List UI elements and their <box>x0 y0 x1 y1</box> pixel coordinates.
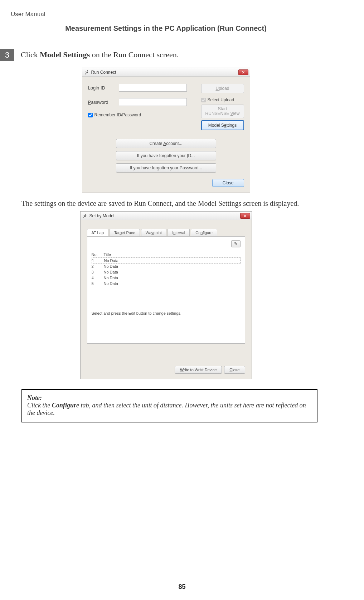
running-icon <box>84 69 89 75</box>
start-line2-post: iew <box>233 111 239 116</box>
close-rest: lose <box>225 180 233 185</box>
forgot-pw-post: orgotten your Password... <box>153 165 202 170</box>
cell-title: No Data <box>104 270 118 274</box>
password-label: Password <box>88 100 119 105</box>
svg-point-0 <box>87 70 88 71</box>
remember-post: ember ID/Password <box>103 112 141 117</box>
tab-waypoint[interactable]: Waypoint <box>141 229 166 236</box>
write-to-wrist-button[interactable]: Write to Wrist Device <box>175 366 222 374</box>
login-id-input[interactable] <box>119 84 187 92</box>
list-row[interactable]: 4 No Data <box>92 275 241 281</box>
title-bar: Run Connect ✕ <box>82 68 250 77</box>
col-header-title: Title <box>104 252 111 257</box>
upload-u: U <box>215 86 219 91</box>
window-close-button-2[interactable]: ✕ <box>240 213 250 219</box>
forgot-id-pre: If you have forgotten your <box>137 153 187 158</box>
running-icon <box>82 213 88 219</box>
list-row[interactable]: 2 No Data <box>92 263 241 269</box>
hint-text: Select and press the Edit button to chan… <box>92 311 241 315</box>
select-upload-checkbox[interactable] <box>201 98 206 102</box>
edit-button[interactable]: ✎ <box>231 240 241 247</box>
write-u: W <box>180 368 184 372</box>
login-id-rest: ogin ID <box>91 85 105 91</box>
cell-title: No Data <box>104 264 118 268</box>
list-row[interactable]: 1 No Data <box>92 258 241 263</box>
cell-no: 1 <box>92 258 104 263</box>
password-rest: assword <box>91 100 108 105</box>
cell-no: 4 <box>92 276 104 280</box>
write-rest: rite to Wrist Device <box>184 368 217 372</box>
section-title: Measurement Settings in the PC Applicati… <box>0 24 332 33</box>
title-bar-2: Set by Model ✕ <box>81 212 252 220</box>
model-settings-post: ttings <box>227 123 237 128</box>
list-row[interactable]: 5 No Data <box>92 281 241 286</box>
select-upload-label: Select Upload <box>208 97 234 102</box>
list-row[interactable]: 3 No Data <box>92 269 241 275</box>
model-settings-u: e <box>224 123 227 128</box>
password-input[interactable] <box>119 98 187 106</box>
remember-u: m <box>100 112 103 117</box>
model-settings-pre: Model S <box>208 123 224 128</box>
login-id-underline: L <box>88 85 91 91</box>
login-id-label: Login ID <box>88 85 119 91</box>
window-close-button[interactable]: ✕ <box>238 69 248 75</box>
tab-interval[interactable]: Interval <box>168 229 190 236</box>
model-settings-button[interactable]: Model Settings <box>201 120 244 130</box>
cell-no: 3 <box>92 270 104 274</box>
list-box[interactable]: 1 No Data 2 No Data 3 No Data 4 No Data <box>92 257 241 297</box>
step-text-prefix: Click <box>21 50 40 59</box>
run-connect-dialog: Run Connect ✕ Login ID Password <box>82 68 250 193</box>
note-prefix: Click the <box>27 402 52 409</box>
note-bold: Configure <box>52 402 79 409</box>
set-by-model-dialog: Set by Model ✕ AT Lap Target Pace Waypoi… <box>80 211 252 379</box>
tp-post: et Pace <box>122 231 135 235</box>
upload-button[interactable]: Upload <box>201 84 244 93</box>
remember-label: Remember ID/Password <box>94 112 141 117</box>
remember-checkbox[interactable] <box>88 113 93 117</box>
start-runsense-view-button[interactable]: Start RUNSENSE View <box>201 105 244 118</box>
page-number: 85 <box>0 583 364 591</box>
cell-title: No Data <box>104 258 118 263</box>
forgot-password-button[interactable]: If you have forgotten your Password... <box>116 163 216 173</box>
upload-rest: pload <box>219 86 229 91</box>
start-line1: Start <box>218 106 227 111</box>
create-account-u: A <box>163 141 166 146</box>
col-header-no: No. <box>92 252 104 257</box>
create-account-pre: Create <box>149 141 163 146</box>
step-text-suffix: on the Run Connect screen. <box>90 50 179 59</box>
forgot-pw-pre: If you have <box>130 165 152 170</box>
body-text: The settings on the device are saved to … <box>21 199 332 208</box>
create-account-post: ccount... <box>166 141 182 146</box>
create-account-button[interactable]: Create Account... <box>116 139 216 148</box>
forgot-id-post: D... <box>188 153 195 158</box>
doc-header: User Manual <box>11 11 332 18</box>
close-button-2[interactable]: Close <box>224 366 245 374</box>
cf-post: figure <box>203 231 213 235</box>
password-underline: P <box>88 100 91 105</box>
cell-no: 5 <box>92 281 104 286</box>
close-button[interactable]: Close <box>212 179 244 187</box>
tab-configure[interactable]: Configure <box>191 229 217 236</box>
tab-at-lap[interactable]: AT Lap <box>87 229 108 236</box>
svg-point-1 <box>85 214 86 215</box>
iv-post: terval <box>175 231 185 235</box>
note-box: Note: Click the Configure tab, and then … <box>21 389 317 422</box>
dialog2-title: Set by Model <box>89 213 115 218</box>
dialog-title: Run Connect <box>91 70 116 75</box>
step-number-badge: 3 <box>0 49 14 61</box>
cf-pre: Co <box>195 231 200 235</box>
cell-title: No Data <box>104 281 118 286</box>
forgot-id-button[interactable]: If you have forgotten your ID... <box>116 151 216 160</box>
tab-target-pace[interactable]: Target Pace <box>110 229 140 236</box>
tp-pre: Tar <box>114 231 120 235</box>
step-text-bold: Model Settings <box>40 50 90 59</box>
note-label: Note: <box>27 394 42 401</box>
close2-rest: lose <box>232 368 239 372</box>
wp-post: point <box>153 231 162 235</box>
wp-pre: Wa <box>146 231 151 235</box>
cell-title: No Data <box>104 276 118 280</box>
remember-pre: Re <box>94 112 100 117</box>
step-instruction: Click Model Settings on the Run Connect … <box>21 49 179 59</box>
start-line2-pre: RUNSENSE <box>205 111 230 116</box>
cell-no: 2 <box>92 264 104 268</box>
